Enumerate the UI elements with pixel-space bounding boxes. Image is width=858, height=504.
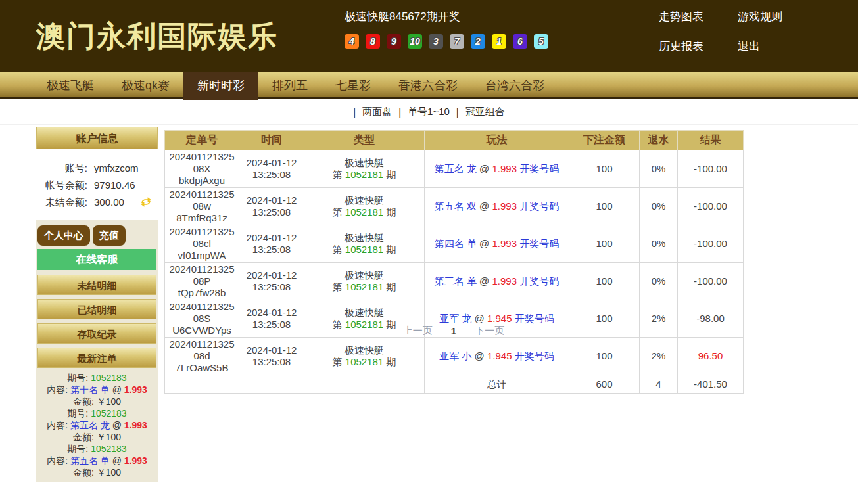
bet-at: @	[112, 420, 122, 430]
period-prefix: 第	[333, 281, 343, 292]
nav-tab[interactable]: 香港六合彩	[385, 72, 471, 97]
nav-tab[interactable]: 排列五	[258, 72, 322, 97]
table-total-row: 总计 600 4 -401.50	[165, 375, 744, 394]
bet-odds: 1.993	[124, 384, 147, 395]
draw-numbers-link[interactable]: 开奖号码	[519, 275, 559, 286]
subnav-separator: |	[353, 106, 356, 118]
sidebar-top-buttons: 个人中心 充值	[37, 225, 156, 246]
current-page[interactable]: 1	[451, 325, 456, 336]
period-prefix: 第	[333, 244, 343, 255]
header-link[interactable]: 走势图表	[659, 9, 703, 24]
table-header-cell: 结果	[678, 131, 744, 150]
type-cell: 极速快艇 第 1052181 期	[304, 225, 425, 263]
bet-period-value: 1052183	[91, 408, 127, 419]
ball-number: 8	[370, 36, 375, 47]
sidebar: 账户信息 账号: ymfxzcom 帐号余额: 97910.46	[36, 127, 158, 482]
order-id-cell: 20240112132508w 8TmfRq31z	[165, 188, 239, 225]
period-prefix: 第	[333, 356, 343, 367]
period-suffix: 期	[386, 281, 396, 292]
table-header-cell: 类型	[304, 131, 425, 150]
ball-number: 7	[454, 36, 460, 47]
subnav-link[interactable]: 两面盘	[362, 106, 392, 118]
nav-tab[interactable]: 七星彩	[322, 72, 385, 97]
subnav-link[interactable]: 冠亚组合	[465, 106, 505, 118]
order-id-cell: 20240112132508cl vf01mpWA	[165, 225, 239, 263]
total-rebate-cell: 4	[640, 375, 678, 394]
sidebar-menu-button[interactable]: 未结明细	[37, 275, 156, 295]
play-cell: 第五名 双 @ 1.993 开奖号码	[425, 188, 569, 225]
subnav-links: | 两面盘 | 单号1~10 | 冠亚组合	[353, 106, 505, 118]
lottery-ball: 2	[471, 34, 485, 49]
period-suffix: 期	[386, 356, 396, 367]
order-id-cell: 20240112132508P tQp7fw28b	[165, 263, 239, 300]
pagination: 上一页 1 下一页	[164, 325, 743, 337]
period-number: 1052181	[345, 356, 383, 367]
lottery-ball: 5	[534, 34, 548, 49]
sidebar-menu-button[interactable]: 存取纪录	[37, 323, 156, 344]
play-odds: 1.993	[492, 238, 517, 249]
account-row-label: 帐号余额:	[36, 178, 87, 192]
bet-amount-value: ￥100	[97, 432, 121, 442]
draw-numbers-link[interactable]: 开奖号码	[519, 238, 559, 249]
play-name: 亚军 小	[439, 350, 471, 361]
bet-content-line: 内容: 第十名 单 @ 1.993	[37, 384, 156, 396]
draw-numbers-link[interactable]: 开奖号码	[515, 313, 554, 324]
period-number: 1052181	[345, 169, 383, 180]
next-page-button[interactable]: 下一页	[475, 325, 504, 337]
refresh-icon[interactable]	[139, 196, 153, 208]
lottery-ball: 1	[492, 34, 506, 49]
ball-number: 5	[538, 36, 544, 47]
table-header-cell: 玩法	[425, 131, 569, 150]
deposit-button[interactable]: 充值	[93, 225, 126, 246]
lottery-ball: 3	[429, 34, 443, 49]
result-cell: -100.00	[678, 225, 744, 263]
type-period: 第 1052181 期	[306, 206, 422, 218]
subnav-link[interactable]: 单号1~10	[408, 106, 450, 118]
time-cell: 2024-01-12 13:25:08	[239, 188, 304, 225]
bet-play: 第五名 单	[70, 455, 110, 466]
bet-period-line: 期号: 1052183	[37, 407, 156, 419]
result-value: -100.00	[694, 238, 727, 249]
play-at: @	[475, 313, 485, 324]
play-odds: 1.993	[492, 275, 517, 286]
result-cell: 96.50	[678, 338, 744, 375]
rebate-cell: 0%	[640, 225, 678, 263]
play-name: 亚军 龙	[439, 313, 471, 324]
prev-page-button[interactable]: 上一页	[403, 325, 433, 337]
type-name: 极速快艇	[306, 232, 422, 244]
type-period: 第 1052181 期	[306, 356, 422, 368]
play-at: @	[475, 350, 485, 361]
type-period: 第 1052181 期	[306, 169, 422, 181]
type-name: 极速快艇	[306, 307, 422, 319]
ball-number: 10	[410, 36, 420, 47]
play-name: 第五名 龙	[435, 163, 477, 174]
period-prefix: 第	[333, 206, 343, 218]
online-service-button[interactable]: 在线客服	[37, 249, 156, 270]
sidebar-menu-button[interactable]: 已结明细	[37, 299, 156, 319]
nav-tab[interactable]: 极速飞艇	[33, 72, 108, 97]
nav-tab[interactable]: 极速qk赛	[108, 72, 183, 97]
draw-numbers-link[interactable]: 开奖号码	[519, 163, 559, 174]
play-odds: 1.993	[492, 163, 517, 174]
ball-number: 4	[349, 36, 354, 47]
result-value: 96.50	[698, 350, 723, 361]
nav-tab[interactable]: 新时时彩	[183, 72, 258, 103]
profile-button[interactable]: 个人中心	[37, 225, 90, 246]
sidebar-menu-button[interactable]: 最新注单	[37, 348, 156, 368]
header-link[interactable]: 退出	[738, 39, 782, 54]
header-link[interactable]: 历史报表	[659, 39, 703, 54]
draw-numbers-link[interactable]: 开奖号码	[519, 200, 559, 212]
draw-numbers-link[interactable]: 开奖号码	[515, 350, 554, 361]
period-suffix: 期	[386, 206, 396, 218]
type-name: 极速快艇	[306, 344, 422, 356]
lottery-ball: 4	[345, 34, 359, 49]
bet-content-label: 内容:	[47, 420, 68, 430]
play-at: @	[479, 200, 489, 212]
table-header-row: 定单号时间类型玩法下注金额退水结果	[165, 131, 744, 150]
bet-period-line: 期号: 1052183	[37, 443, 156, 455]
bet-at: @	[112, 455, 122, 466]
play-name: 第三名 单	[435, 275, 477, 286]
nav-tab[interactable]: 台湾六合彩	[471, 72, 558, 97]
lottery-ball: 8	[366, 34, 380, 49]
header-link[interactable]: 游戏规则	[738, 9, 782, 24]
